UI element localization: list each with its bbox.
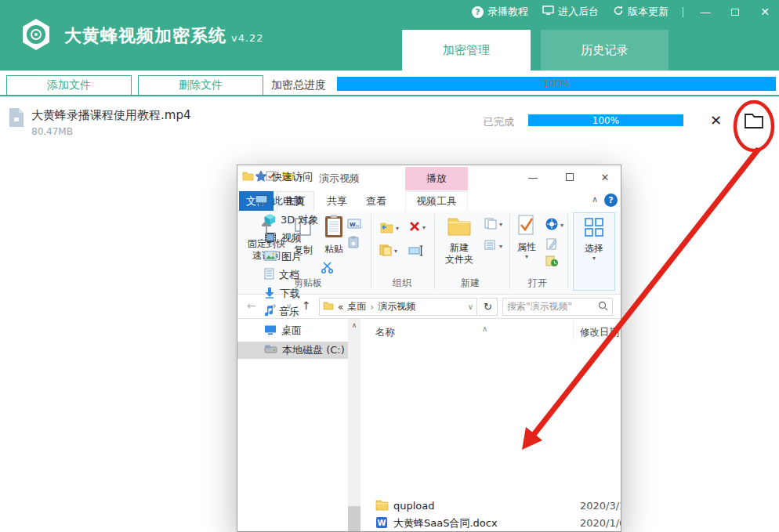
paste-shortcut-button[interactable] <box>348 236 359 251</box>
nav-item-desktop[interactable]: 桌面 <box>237 322 348 339</box>
doc-icon <box>264 268 274 282</box>
svg-text:W: W <box>377 519 386 527</box>
app-maximize-button[interactable] <box>727 5 743 18</box>
column-divider[interactable] <box>573 320 574 339</box>
task-remove-button[interactable]: ✕ <box>710 112 722 128</box>
scrollbar-thumb[interactable] <box>348 506 361 532</box>
clipboard-small-icon <box>348 236 359 251</box>
backend-link[interactable]: 进入后台 <box>542 5 599 19</box>
edit-button[interactable] <box>545 237 558 253</box>
crumb-current[interactable]: 演示视频 <box>378 300 415 313</box>
nav-item-film[interactable]: 视频 <box>237 230 348 247</box>
copy-to-button[interactable]: ▾ <box>379 244 397 259</box>
select-grid-icon <box>584 217 604 240</box>
add-file-button[interactable]: 添加文件 <box>6 75 132 96</box>
select-button[interactable]: 选择 ▾ <box>574 217 614 262</box>
explorer-nav: 快速访问此电脑3D 对象视频图片文档下载音乐桌面本地磁盘 (C:) <box>237 319 348 531</box>
delete-button[interactable]: ▾ <box>408 220 426 235</box>
open-media-dropdown: ▾ <box>560 222 563 229</box>
rename-icon <box>408 245 424 259</box>
menu-video-tools[interactable]: 视频工具 <box>405 191 468 211</box>
nav-item-music[interactable]: 音乐 <box>237 303 348 320</box>
scrollbar-up-icon[interactable]: ∧ <box>348 319 361 331</box>
ribbon-collapse-icon[interactable]: ∧ <box>589 194 601 204</box>
explorer-help-button[interactable]: ? <box>604 194 618 207</box>
app-close-button[interactable]: ✕ <box>757 5 773 18</box>
nav-item-label: 视频 <box>281 231 302 245</box>
task-status: 已完成 <box>484 115 514 129</box>
properties-button[interactable]: 属性 ▾ <box>513 214 540 260</box>
task-filename: 大黄蜂录播课程使用教程.mp4 <box>31 108 190 123</box>
file-row[interactable]: qupload2020/3/1 <box>361 498 621 514</box>
tutorial-link[interactable]: ? 录播教程 <box>472 5 528 19</box>
picture-icon <box>264 251 277 263</box>
explorer-maximize-button[interactable] <box>556 165 583 189</box>
properties-icon <box>516 214 537 240</box>
open-media-button[interactable]: ▾ <box>545 217 563 233</box>
file-name: 大黄蜂SaaS合同.docx <box>393 516 498 530</box>
easy-access-button[interactable]: ▾ <box>484 239 502 253</box>
delete-x-icon <box>408 220 421 235</box>
desktop-icon <box>264 324 277 338</box>
nav-scrollbar[interactable]: ∧ <box>348 319 361 531</box>
new-folder-label-1: 新建 <box>450 242 469 254</box>
group-label-new: 新建 <box>443 277 498 290</box>
open-folder-button[interactable] <box>743 111 765 133</box>
sort-ascending-icon: ∧ <box>482 324 487 333</box>
copy-path-button[interactable]: W.. <box>347 219 361 231</box>
search-icon <box>598 301 608 313</box>
easy-access-dropdown: ▾ <box>499 243 502 250</box>
film-icon <box>264 232 277 245</box>
contextual-tab-play[interactable]: 播放 <box>405 167 468 190</box>
tab-history[interactable]: 历史记录 <box>541 30 668 71</box>
nav-item-picture[interactable]: 图片 <box>237 248 348 266</box>
media-player-icon <box>545 217 559 233</box>
nav-item-label: 本地磁盘 (C:) <box>282 343 345 357</box>
delete-dropdown: ▾ <box>422 224 426 231</box>
update-link-label: 版本更新 <box>628 5 668 19</box>
task-filesize: 80.47MB <box>31 126 73 137</box>
file-row[interactable]: W大黄蜂SaaS合同.docx2020/1/6 <box>361 515 621 531</box>
rename-button[interactable] <box>408 245 424 259</box>
maximize-icon <box>731 9 739 16</box>
app-version: v4.22 <box>231 32 264 44</box>
crumb-desktop[interactable]: 桌面 <box>347 300 366 313</box>
task-progress-bar: 100% <box>528 114 683 126</box>
search-placeholder: 搜索"演示视频" <box>507 300 595 313</box>
explorer-window: ▾ 演示视频 播放 — ✕ 文件 主页 共享 查看 视频工具 ∧ ? 固定到快 … <box>237 165 621 532</box>
ribbon-separator <box>371 214 371 289</box>
nav-item-doc[interactable]: 文档 <box>237 266 348 284</box>
app-minimize-button[interactable]: — <box>697 5 713 18</box>
nav-item-label: 下载 <box>280 287 300 301</box>
file-date: 2020/3/1 <box>580 500 621 512</box>
music-icon <box>264 305 274 319</box>
history-button[interactable] <box>545 255 559 270</box>
svg-text:W..: W.. <box>350 222 359 228</box>
explorer-close-button[interactable]: ✕ <box>592 165 618 189</box>
new-folder-button[interactable]: 新建 文件夹 <box>441 215 477 266</box>
app-title: 大黄蜂视频加密系统v4.22 <box>64 24 264 48</box>
address-dropdown-icon[interactable]: ∨ <box>468 302 473 311</box>
new-item-button[interactable]: ▾ <box>484 217 502 232</box>
move-to-button[interactable]: ▾ <box>379 220 399 237</box>
explorer-minimize-button[interactable]: — <box>520 165 546 189</box>
refresh-button[interactable]: ↻ <box>479 298 498 316</box>
column-header-name[interactable]: 名称 ∧ <box>375 326 395 339</box>
delete-file-button[interactable]: 删除文件 <box>138 75 263 96</box>
column-header-date[interactable]: 修改日期 <box>580 326 619 339</box>
new-item-dropdown: ▾ <box>499 221 502 228</box>
nav-item-label: 此电脑 <box>273 194 303 208</box>
update-link[interactable]: 版本更新 <box>613 5 668 19</box>
app-header: ? 录播教程 进入后台 版本更新 — ✕ 大黄蜂视频加密系统v4.22 <box>0 0 779 71</box>
search-input[interactable]: 搜索"演示视频" <box>502 298 613 316</box>
nav-item-download[interactable]: 下载 <box>237 285 348 302</box>
nav-item-disk[interactable]: 本地磁盘 (C:) <box>237 342 348 359</box>
nav-item-computer[interactable]: 此电脑 <box>237 193 348 210</box>
tab-encrypt-manage[interactable]: 加密管理 <box>402 30 531 71</box>
nav-item-label: 文档 <box>279 268 299 282</box>
menu-view[interactable]: 查看 <box>358 191 394 211</box>
nav-item-star[interactable]: 快速访问 <box>237 168 348 186</box>
file-name: qupload <box>393 500 435 512</box>
nav-item-cube[interactable]: 3D 对象 <box>237 212 348 229</box>
computer-icon <box>255 194 268 208</box>
